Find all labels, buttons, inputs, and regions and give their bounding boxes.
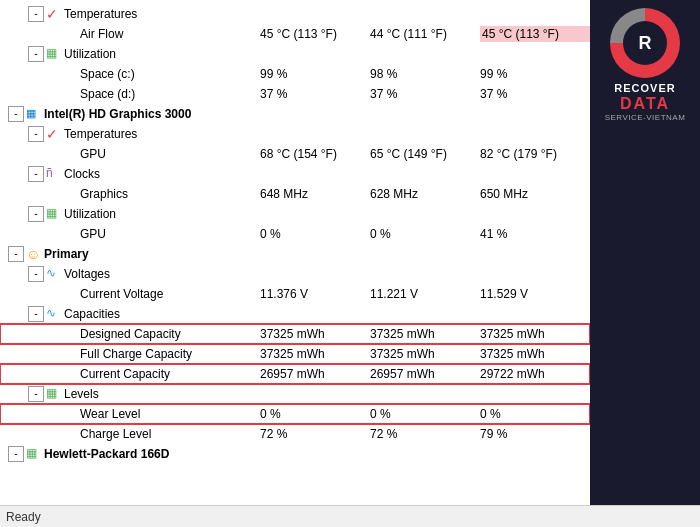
label-designed_cap: Designed Capacity [80,327,260,341]
expander-hp[interactable]: - [8,446,24,462]
expander-levels[interactable]: - [28,386,44,402]
icon-voltages: ∿ [46,266,62,282]
icon-intel_util: ▦ [46,206,62,222]
val3-gpu_util: 41 % [480,227,590,241]
expander-primary[interactable]: - [8,246,24,262]
tree-row-util_header[interactable]: -▦Utilization [0,44,590,64]
logo-area: R RECOVER DATA SERVICE-VIETNAM [590,0,700,505]
val2-full_charge: 37325 mWh [370,347,480,361]
val3-wear_level: 0 % [480,407,590,421]
expander-temps_header[interactable]: - [28,6,44,22]
expander-util_header[interactable]: - [28,46,44,62]
label-full_charge: Full Charge Capacity [80,347,260,361]
val1-current_cap: 26957 mWh [260,367,370,381]
label-current_cap: Current Capacity [80,367,260,381]
label-wear_level: Wear Level [80,407,260,421]
label-intel_header: Intel(R) HD Graphics 3000 [44,107,224,121]
label-levels: Levels [64,387,244,401]
val1-gpu_temp: 68 °C (154 °F) [260,147,370,161]
label-gpu_temp: GPU [80,147,260,161]
expander-intel_util[interactable]: - [28,206,44,222]
logo-circle: R [610,8,680,78]
icon-temps_header: ✓ [46,6,62,22]
icon-util_header: ▦ [46,46,62,62]
tree-row-capacities[interactable]: -∿Capacities [0,304,590,324]
label-space_c: Space (c:) [80,67,260,81]
label-temps_header: Temperatures [64,7,244,21]
logo-data: DATA [620,95,670,113]
val3-airflow: 45 °C (113 °F) [480,26,590,42]
icon-intel_temps: ✓ [46,126,62,142]
icon-intel_clocks: ñ [46,166,62,182]
label-intel_clocks: Clocks [64,167,244,181]
tree-row-primary[interactable]: -☺Primary [0,244,590,264]
logo-recover: RECOVER [614,82,675,95]
val1-space_d: 37 % [260,87,370,101]
val2-current_cap: 26957 mWh [370,367,480,381]
val3-space_c: 99 % [480,67,590,81]
val2-graphics: 628 MHz [370,187,480,201]
tree-row-gpu_temp: GPU68 °C (154 °F)65 °C (149 °F)82 °C (17… [0,144,590,164]
label-voltages: Voltages [64,267,244,281]
icon-levels: ▦ [46,386,62,402]
tree-row-charge_level: Charge Level72 %72 %79 % [0,424,590,444]
label-current_voltage: Current Voltage [80,287,260,301]
val2-wear_level: 0 % [370,407,480,421]
label-capacities: Capacities [64,307,244,321]
tree-row-wear_level: Wear Level0 %0 %0 % [0,404,590,424]
val1-current_voltage: 11.376 V [260,287,370,301]
tree-row-intel_temps[interactable]: -✓Temperatures [0,124,590,144]
label-gpu_util: GPU [80,227,260,241]
tree-row-graphics: Graphics648 MHz628 MHz650 MHz [0,184,590,204]
val1-charge_level: 72 % [260,427,370,441]
tree-row-levels[interactable]: -▦Levels [0,384,590,404]
val1-gpu_util: 0 % [260,227,370,241]
label-intel_util: Utilization [64,207,244,221]
val3-graphics: 650 MHz [480,187,590,201]
val1-space_c: 99 % [260,67,370,81]
val3-current_cap: 29722 mWh [480,367,590,381]
tree-row-temps_header[interactable]: -✓Temperatures [0,4,590,24]
val3-gpu_temp: 82 °C (179 °F) [480,147,590,161]
val3-space_d: 37 % [480,87,590,101]
tree-row-intel_clocks[interactable]: -ñClocks [0,164,590,184]
label-intel_temps: Temperatures [64,127,244,141]
tree-row-intel_util[interactable]: -▦Utilization [0,204,590,224]
expander-voltages[interactable]: - [28,266,44,282]
val3-charge_level: 79 % [480,427,590,441]
tree-row-space_c: Space (c:)99 %98 %99 % [0,64,590,84]
val2-designed_cap: 37325 mWh [370,327,480,341]
val3-full_charge: 37325 mWh [480,347,590,361]
val1-wear_level: 0 % [260,407,370,421]
status-text: Ready [6,510,41,524]
val1-full_charge: 37325 mWh [260,347,370,361]
expander-intel_header[interactable]: - [8,106,24,122]
tree-area[interactable]: -✓TemperaturesAir Flow45 °C (113 °F)44 °… [0,0,590,505]
icon-intel_header: ▦ [26,106,42,122]
val2-airflow: 44 °C (111 °F) [370,27,480,41]
tree-row-hp[interactable]: -▦Hewlett-Packard 166D [0,444,590,464]
tree-row-space_d: Space (d:)37 %37 %37 % [0,84,590,104]
expander-intel_clocks[interactable]: - [28,166,44,182]
expander-intel_temps[interactable]: - [28,126,44,142]
val1-designed_cap: 37325 mWh [260,327,370,341]
val2-gpu_util: 0 % [370,227,480,241]
tree-row-full_charge: Full Charge Capacity37325 mWh37325 mWh37… [0,344,590,364]
label-util_header: Utilization [64,47,244,61]
label-graphics: Graphics [80,187,260,201]
label-airflow: Air Flow [80,27,260,41]
val2-charge_level: 72 % [370,427,480,441]
icon-hp: ▦ [26,446,42,462]
expander-capacities[interactable]: - [28,306,44,322]
val3-current_voltage: 11.529 V [480,287,590,301]
tree-row-voltages[interactable]: -∿Voltages [0,264,590,284]
tree-row-intel_header[interactable]: -▦Intel(R) HD Graphics 3000 [0,104,590,124]
icon-capacities: ∿ [46,306,62,322]
val3-designed_cap: 37325 mWh [480,327,590,341]
val2-space_c: 98 % [370,67,480,81]
val1-graphics: 648 MHz [260,187,370,201]
val1-airflow: 45 °C (113 °F) [260,27,370,41]
label-charge_level: Charge Level [80,427,260,441]
label-space_d: Space (d:) [80,87,260,101]
val2-gpu_temp: 65 °C (149 °F) [370,147,480,161]
